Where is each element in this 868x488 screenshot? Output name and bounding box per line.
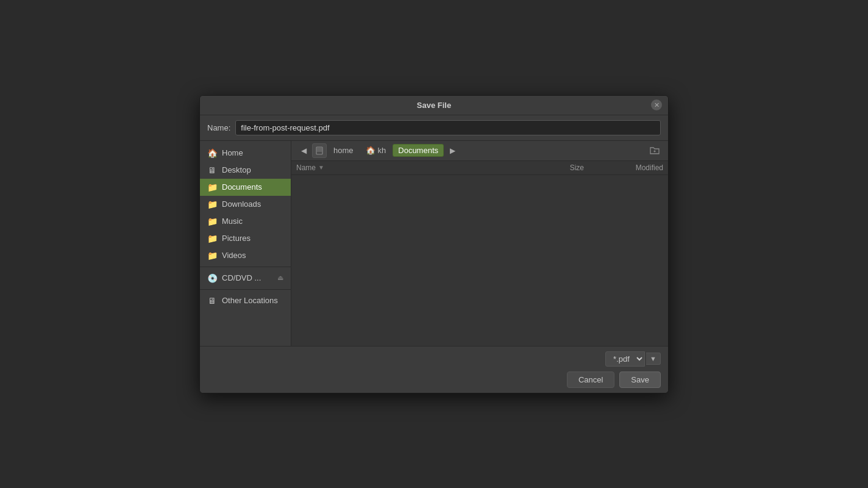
bottom-bar: *.pdf ▼ Cancel Save [200,346,668,393]
new-folder-icon [649,145,660,156]
sidebar-label-pictures: Pictures [222,234,251,243]
breadcrumb-home[interactable]: home [328,144,359,157]
content-area: 🏠 Home 🖥 Desktop 📁 Documents 📁 Downloads… [200,141,668,346]
filter-select[interactable]: *.pdf [605,351,645,367]
sidebar-item-downloads[interactable]: 📁 Downloads [200,196,291,213]
filename-input[interactable] [235,120,661,135]
breadcrumb-documents[interactable]: Documents [393,144,444,157]
dialog-title: Save File [417,101,451,110]
action-row: Cancel Save [207,371,661,388]
home-icon: 🏠 [207,148,217,158]
main-panel: ◀ home 🏠 kh Documents ▶ [291,141,668,346]
sidebar-label-documents: Documents [222,182,262,192]
file-list [291,175,668,346]
col-header-name[interactable]: Name ▼ [296,163,535,172]
close-button[interactable]: ✕ [651,99,662,110]
music-icon: 📁 [207,217,217,226]
sidebar-divider-2 [200,289,291,290]
column-headers: Name ▼ Size Modified [291,161,668,175]
eject-button[interactable]: ⏏ [277,274,283,282]
sidebar-label-videos: Videos [222,251,246,260]
sidebar-item-home[interactable]: 🏠 Home [200,145,291,162]
desktop-icon: 🖥 [207,165,217,175]
pictures-icon: 📁 [207,234,217,243]
breadcrumb-kh[interactable]: 🏠 kh [360,144,392,157]
sidebar-label-home: Home [222,148,243,157]
sidebar-label-other-locations: Other Locations [222,296,278,305]
sort-arrow-icon: ▼ [318,164,324,171]
documents-icon: 📁 [207,182,217,192]
sidebar-label-downloads: Downloads [222,199,261,209]
filter-row: *.pdf ▼ [207,351,661,367]
cdvd-icon: 💿 [207,273,217,283]
name-label: Name: [207,123,230,132]
cancel-button[interactable]: Cancel [567,371,614,388]
sidebar-item-pictures[interactable]: 📁 Pictures [200,230,291,247]
sidebar-item-videos[interactable]: 📁 Videos [200,247,291,264]
save-button[interactable]: Save [619,371,661,388]
filter-dropdown-button[interactable]: ▼ [646,353,661,365]
sidebar: 🏠 Home 🖥 Desktop 📁 Documents 📁 Downloads… [200,141,291,346]
other-locations-icon: 🖥 [207,296,217,306]
bookmarks-button[interactable] [312,143,327,158]
sidebar-divider [200,267,291,267]
sidebar-item-other-locations[interactable]: 🖥 Other Locations [200,292,291,309]
videos-icon: 📁 [207,251,217,260]
sidebar-label-desktop: Desktop [222,165,251,174]
titlebar: Save File ✕ [200,96,668,115]
svg-rect-1 [317,148,322,152]
sidebar-item-documents[interactable]: 📁 Documents [200,179,291,196]
sidebar-label-music: Music [222,217,243,226]
new-folder-button[interactable] [646,143,663,158]
save-file-dialog: Save File ✕ Name: 🏠 Home 🖥 Desktop 📁 Doc… [199,95,669,393]
sidebar-item-music[interactable]: 📁 Music [200,213,291,230]
toolbar: ◀ home 🏠 kh Documents ▶ [291,141,668,161]
col-header-size[interactable]: Size [535,163,584,172]
back-button[interactable]: ◀ [296,143,311,158]
name-row: Name: [200,115,668,141]
downloads-icon: 📁 [207,199,217,209]
bookmarks-icon [315,146,324,155]
sidebar-label-cdvd: CD/DVD ... [222,273,261,282]
home-small-icon: 🏠 [366,146,375,155]
sidebar-item-desktop[interactable]: 🖥 Desktop [200,162,291,179]
sidebar-item-cdvd[interactable]: 💿 CD/DVD ... ⏏ [200,270,291,287]
col-header-modified[interactable]: Modified [584,163,663,172]
forward-button[interactable]: ▶ [445,143,460,158]
